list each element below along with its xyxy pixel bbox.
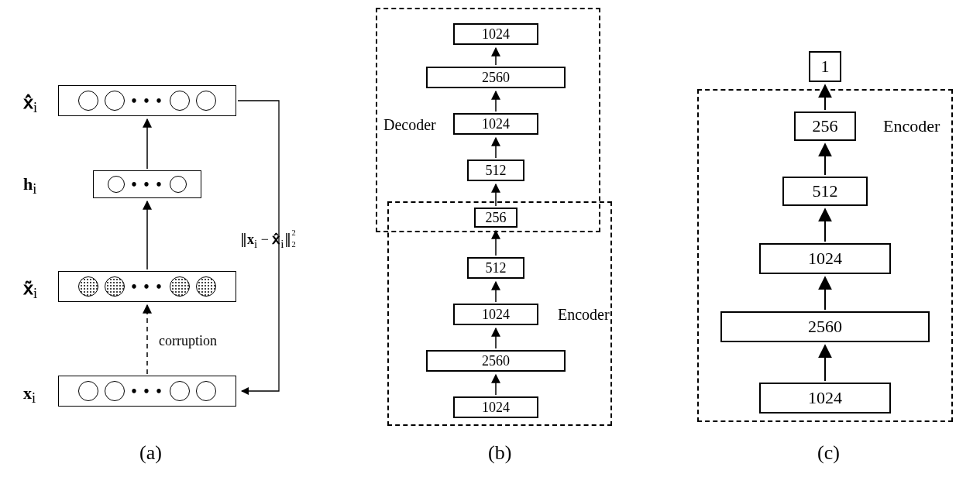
layer-c-0: 1024 xyxy=(759,383,891,414)
row-xhat: • • • xyxy=(58,85,236,116)
unit-icon xyxy=(170,176,187,193)
caption-a: (a) xyxy=(139,441,162,465)
unit-icon xyxy=(105,91,125,111)
layer-c-out: 1 xyxy=(809,51,841,82)
unit-icon xyxy=(78,381,98,401)
caption-b: (b) xyxy=(488,441,511,465)
layer-b-2: 1024 xyxy=(453,304,538,325)
ellipsis: • • • xyxy=(131,93,163,108)
unit-icon xyxy=(170,91,190,111)
layer-b-4: 256 xyxy=(474,208,518,228)
layer-b-6: 1024 xyxy=(453,113,538,135)
unit-icon xyxy=(196,381,216,401)
unit-icon xyxy=(170,381,190,401)
unit-noisy-icon xyxy=(170,276,190,297)
unit-icon xyxy=(196,91,216,111)
layer-c-3: 512 xyxy=(782,177,868,206)
encoder-label-b: Encoder xyxy=(558,306,610,324)
unit-icon xyxy=(78,91,98,111)
row-xtilde: • • • xyxy=(58,271,236,302)
panel-a: x̂i hi x̃i xi • • • • • • xyxy=(0,0,294,477)
layer-b-5: 512 xyxy=(467,160,524,181)
ellipsis: • • • xyxy=(131,383,163,399)
unit-icon xyxy=(108,176,125,193)
layer-c-2: 1024 xyxy=(759,243,891,274)
layer-c-4: 256 xyxy=(794,112,856,141)
row-h: • • • xyxy=(93,170,201,198)
label-xhat: x̂i xyxy=(23,93,37,116)
label-xtilde: x̃i xyxy=(23,279,37,302)
unit-noisy-icon xyxy=(78,276,98,297)
loss-label: ‖xi − x̂i‖22 xyxy=(240,231,291,251)
caption-c: (c) xyxy=(817,441,840,465)
layer-b-8: 1024 xyxy=(453,23,538,45)
encoder-label-c: Encoder xyxy=(883,116,940,136)
layer-b-7: 2560 xyxy=(426,67,566,88)
ellipsis: • • • xyxy=(131,279,163,294)
label-x: xi xyxy=(23,383,36,407)
panel-c: 1 1024 2560 1024 512 256 Encoder (c) xyxy=(674,0,980,477)
layer-b-3: 512 xyxy=(467,257,524,279)
unit-noisy-icon xyxy=(196,276,216,297)
panel-b: 1024 2560 1024 512 256 512 1024 2560 102… xyxy=(333,0,658,477)
ellipsis: • • • xyxy=(131,177,163,192)
layer-b-0: 1024 xyxy=(453,396,538,418)
corruption-label: corruption xyxy=(159,333,217,349)
layer-b-1: 2560 xyxy=(426,350,566,372)
layer-c-1: 2560 xyxy=(720,311,930,342)
decoder-label-b: Decoder xyxy=(383,116,436,134)
unit-icon xyxy=(105,381,125,401)
unit-noisy-icon xyxy=(105,276,125,297)
row-x: • • • xyxy=(58,376,236,407)
diagram-canvas: x̂i hi x̃i xi • • • • • • xyxy=(0,0,980,477)
label-h: hi xyxy=(23,174,36,197)
